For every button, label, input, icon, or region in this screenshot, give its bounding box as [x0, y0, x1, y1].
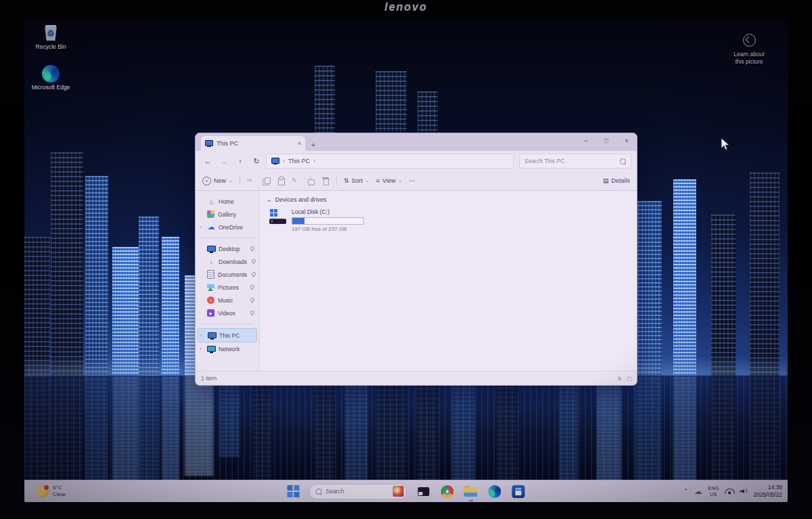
taskbar-app-edge[interactable]	[487, 484, 502, 499]
search-input[interactable]: Search This PC	[519, 154, 631, 168]
building	[85, 376, 108, 480]
minimize-button[interactable]: –	[576, 133, 596, 148]
taskbar-search-input[interactable]: Search	[309, 484, 407, 499]
building	[51, 152, 83, 376]
chevron-right-icon[interactable]: ›	[200, 332, 202, 338]
view-button[interactable]: ≡ View ⌄	[376, 177, 403, 184]
mouse-cursor	[721, 137, 730, 154]
learn-about-icon	[743, 34, 756, 47]
sidebar-item-label: This PC	[219, 332, 240, 339]
tab-close-icon[interactable]: ×	[298, 140, 301, 147]
chevron-down-icon[interactable]: ⌄	[267, 196, 272, 203]
building	[418, 376, 438, 480]
building	[85, 176, 108, 376]
taskbar-app-chrome[interactable]	[440, 484, 455, 499]
sidebar-item-pictures[interactable]: Pictures	[198, 281, 257, 294]
chevron-right-icon[interactable]: ›	[200, 346, 202, 352]
sidebar-item-label: Gallery	[218, 211, 236, 218]
sidebar-item-gallery[interactable]: Gallery	[198, 208, 257, 221]
building	[673, 376, 696, 480]
building	[185, 376, 213, 476]
tab-this-pc[interactable]: This PC ×	[201, 136, 305, 151]
chevron-right-icon[interactable]: ›	[200, 224, 202, 230]
weather-widget[interactable]: 6°C Clear	[37, 484, 66, 498]
chevron-down-icon: ⌄	[398, 178, 402, 183]
start-button[interactable]	[287, 484, 300, 498]
sidebar-item-this-pc[interactable]: › This PC	[198, 328, 257, 342]
learn-about-picture[interactable]: Learn about this picture	[723, 34, 775, 66]
rename-button[interactable]	[292, 177, 300, 185]
file-list[interactable]: ⌄ Devices and drives Local Disk (C:)	[260, 191, 637, 371]
sidebar-item-label: Network	[219, 346, 240, 353]
copy-button[interactable]	[262, 177, 270, 185]
videos-icon: ▶	[207, 309, 215, 317]
sidebar-item-home[interactable]: ⌂ Home	[198, 195, 257, 208]
building	[452, 376, 475, 480]
onedrive-tray-icon[interactable]: ☁	[694, 487, 702, 496]
share-button[interactable]	[307, 177, 315, 185]
tab-strip[interactable]: This PC × + – □ ×	[196, 133, 637, 151]
language-indicator[interactable]: ENG US	[708, 485, 719, 497]
tray-overflow-chevron-icon[interactable]: ⌃	[683, 488, 689, 495]
large-thumbnails-toggle-icon[interactable]: □	[627, 375, 631, 382]
this-pc-icon	[208, 332, 216, 340]
desktop-icon-recycle-bin[interactable]: Recycle Bin	[30, 24, 72, 50]
details-view-toggle-icon[interactable]: ≡	[618, 375, 622, 382]
titlebar-drag-area[interactable]	[320, 133, 576, 151]
breadcrumb-item[interactable]: This PC	[288, 158, 310, 164]
desktop-icon-edge[interactable]: Microsoft Edge	[30, 65, 72, 91]
view-label: View	[382, 177, 395, 184]
sidebar-item-downloads[interactable]: ↓ Downloads	[198, 255, 257, 268]
building	[345, 376, 368, 480]
cut-button[interactable]	[247, 177, 255, 185]
pin-icon	[249, 246, 254, 252]
refresh-button[interactable]: ↻	[250, 157, 263, 166]
gallery-icon	[207, 210, 215, 218]
sidebar-item-videos[interactable]: ▶ Videos	[198, 307, 257, 319]
building	[112, 247, 139, 376]
sort-icon: ⇅	[344, 177, 349, 184]
more-options-button[interactable]: ⋯	[409, 177, 415, 184]
maximize-button[interactable]: □	[596, 133, 616, 148]
sidebar-item-documents[interactable]: Documents	[198, 268, 257, 281]
drive-item-local-disk-c[interactable]: Local Disk (C:) 197 GB free of 237 GB	[269, 209, 378, 232]
drive-free-space: 197 GB free of 237 GB	[292, 226, 364, 232]
section-header-devices-and-drives[interactable]: ⌄ Devices and drives	[267, 196, 630, 203]
close-button[interactable]: ×	[616, 133, 637, 148]
section-title: Devices and drives	[275, 196, 327, 203]
drive-name: Local Disk (C:)	[292, 209, 364, 216]
weather-sun-icon	[37, 485, 49, 497]
taskbar-app-store[interactable]	[511, 484, 526, 499]
sort-label: Sort	[351, 177, 363, 184]
up-button[interactable]: ↑	[233, 157, 247, 165]
volume-icon[interactable]	[740, 488, 747, 495]
new-button[interactable]: + New ⌄	[202, 177, 233, 185]
clock[interactable]: 14:38 2025/05/22	[753, 484, 782, 499]
system-tray: ⌃ ☁ ENG US 14:38 2025/05/22	[683, 484, 782, 499]
address-bar: ← → ↑ ↻ › This PC › Search This PC	[196, 151, 637, 171]
paste-button[interactable]	[277, 177, 285, 185]
new-tab-button[interactable]: +	[307, 141, 320, 149]
breadcrumb[interactable]: › This PC ›	[266, 154, 514, 168]
taskbar-app-file-explorer[interactable]	[464, 484, 478, 499]
sidebar-item-onedrive[interactable]: › ☁ OneDrive	[198, 221, 257, 233]
wifi-icon[interactable]	[725, 488, 734, 495]
recycle-bin-icon	[43, 24, 59, 42]
sidebar-item-music[interactable]: ♪ Music	[198, 294, 257, 307]
task-view-button[interactable]	[416, 484, 431, 499]
back-button[interactable]: ←	[201, 157, 215, 165]
delete-button[interactable]	[321, 177, 330, 185]
view-icon: ≡	[376, 177, 380, 184]
details-toggle-button[interactable]: ▤ Details	[603, 177, 630, 184]
search-highlights-icon[interactable]	[393, 486, 404, 497]
forward-button[interactable]: →	[217, 157, 231, 165]
details-label: Details	[611, 177, 630, 184]
chevron-right-icon[interactable]: ›	[313, 158, 315, 164]
sidebar-item-network[interactable]: › Network	[198, 342, 257, 355]
sort-button[interactable]: ⇅ Sort ⌄	[344, 177, 369, 184]
building	[219, 376, 240, 457]
building	[139, 376, 159, 480]
desktop-icon-label: Recycle Bin	[36, 43, 66, 50]
sidebar-item-desktop[interactable]: Desktop	[198, 242, 257, 255]
building	[112, 376, 139, 480]
